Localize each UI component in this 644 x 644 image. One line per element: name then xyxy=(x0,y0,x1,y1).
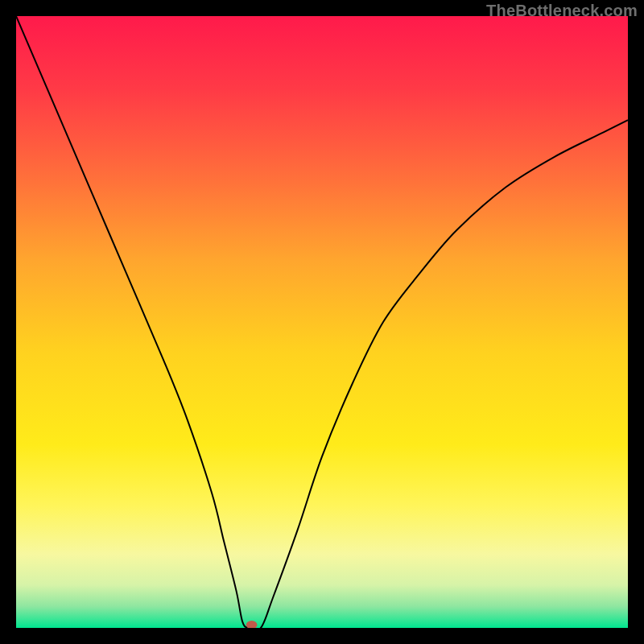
minimum-marker xyxy=(246,621,258,628)
plot-area xyxy=(16,16,628,628)
bottleneck-curve xyxy=(16,16,628,628)
chart-frame: TheBottleneck.com xyxy=(0,0,644,644)
curve-layer xyxy=(16,16,628,628)
